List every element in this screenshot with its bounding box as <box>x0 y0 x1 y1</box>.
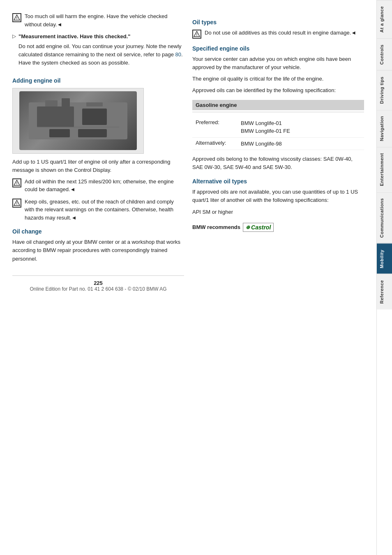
warning-text-1: Too much oil will harm the engine. Have … <box>25 12 184 28</box>
table-header-gasoline: Gasoline engine <box>192 100 364 110</box>
page-number: 225 <box>94 280 103 286</box>
bullet-content-1: "Measurement inactive. Have this checked… <box>18 32 184 71</box>
right-column: Oil types ! Do not use oil additives as … <box>192 12 364 547</box>
sidebar-tab-reference[interactable]: Reference <box>377 274 392 310</box>
bullet-body-1: Do not add engine oil. You can continue … <box>18 42 184 67</box>
page-footer: 225 Online Edition for Part no. 01 41 2 … <box>12 275 184 292</box>
alternative-oil-spec: API SM or higher <box>192 208 364 216</box>
svg-text:!: ! <box>16 201 18 206</box>
gasoline-table: Gasoline engine Preferred: BMW Longlife-… <box>192 100 364 150</box>
heading-specified-oils: Specified engine oils <box>192 45 364 52</box>
warning-text-3: Keep oils, greases, etc. out of the reac… <box>25 198 184 222</box>
engine-image-inner <box>19 91 137 150</box>
svg-rect-5 <box>45 100 58 106</box>
svg-text:!: ! <box>16 181 18 185</box>
warning-text-2: Add oil within the next 125 miles/200 km… <box>25 178 184 194</box>
bullet-label-1: "Measurement inactive. Have this checked… <box>18 32 184 41</box>
adding-oil-para1: Add up to 1 US quart/1 liter of engine o… <box>12 158 184 174</box>
svg-rect-3 <box>37 106 74 127</box>
svg-rect-4 <box>82 109 107 125</box>
castrol-logo: ⊕ Castrol <box>243 223 274 232</box>
svg-rect-9 <box>49 129 70 137</box>
table-value-alternatively: BMW Longlife-98 <box>241 140 282 148</box>
table-row-preferred: Preferred: BMW Longlife-01BMW Longlife-0… <box>192 117 364 138</box>
warning-block-oil-types: ! Do not use oil additives as this could… <box>192 29 364 39</box>
table-label-alternatively: Alternatively: <box>196 140 241 146</box>
castrol-text: Castrol <box>251 224 271 231</box>
svg-rect-6 <box>62 98 70 106</box>
svg-text:!: ! <box>16 16 18 20</box>
specified-oils-para4: Approved oils belong to the following vi… <box>192 155 364 171</box>
svg-rect-7 <box>86 102 103 106</box>
bmw-recommends-block: BMW recommends ⊕ Castrol <box>192 223 364 232</box>
warning-icon-oil-types: ! <box>192 30 201 39</box>
heading-oil-change: Oil change <box>12 228 184 235</box>
bullet-arrow-1: ▷ <box>12 33 16 39</box>
table-value-preferred: BMW Longlife-01BMW Longlife-01 FE <box>241 119 290 135</box>
table-divider <box>192 112 364 112</box>
alternative-oil-para1: If approved oils are not available, you … <box>192 188 364 204</box>
engine-image <box>12 88 144 154</box>
warning-icon-2: ! <box>12 178 21 187</box>
sidebar: At a glance Controls Driving tips Naviga… <box>376 0 392 555</box>
heading-oil-types: Oil types <box>192 19 364 25</box>
bmw-recommends-label: BMW recommends <box>192 224 240 230</box>
sidebar-tab-driving-tips[interactable]: Driving tips <box>377 70 392 110</box>
warning-block-1: ! Too much oil will harm the engine. Hav… <box>12 12 184 28</box>
sidebar-tab-entertainment[interactable]: Entertainment <box>377 147 392 192</box>
sidebar-tab-controls[interactable]: Controls <box>377 38 392 70</box>
sidebar-tab-navigation[interactable]: Navigation <box>377 110 392 147</box>
table-label-preferred: Preferred: <box>196 119 241 125</box>
oil-change-para1: Have oil changed only at your BMW center… <box>12 238 184 263</box>
specified-oils-para2: The engine oil quality is critical for t… <box>192 75 364 83</box>
specified-oils-para3: Approved oils can be identified by the f… <box>192 86 364 95</box>
warning-block-3: ! Keep oils, greases, etc. out of the re… <box>12 198 184 222</box>
left-column: ! Too much oil will harm the engine. Hav… <box>12 12 184 547</box>
warning-text-oil-types: Do not use oil additives as this could r… <box>205 29 356 37</box>
sidebar-tab-at-a-glance[interactable]: At a glance <box>377 0 392 38</box>
bullet-item-1: ▷ "Measurement inactive. Have this check… <box>12 32 184 71</box>
heading-alternative-oil-types: Alternative oil types <box>192 178 364 185</box>
warning-icon-1: ! <box>12 13 21 22</box>
main-content: ! Too much oil will harm the engine. Hav… <box>0 0 376 555</box>
page-link-80[interactable]: 80 <box>175 51 181 58</box>
footer-text: Online Edition for Part no. 01 41 2 604 … <box>30 286 166 292</box>
sidebar-tab-communications[interactable]: Communications <box>377 192 392 243</box>
warning-block-2: ! Add oil within the next 125 miles/200 … <box>12 178 184 194</box>
sidebar-tab-mobility[interactable]: Mobility <box>377 243 392 274</box>
castrol-icon: ⊕ <box>246 224 250 230</box>
heading-adding-engine-oil: Adding engine oil <box>12 77 184 84</box>
specified-oils-para1: Your service center can advise you on wh… <box>192 55 364 72</box>
svg-rect-10 <box>78 129 107 137</box>
table-row-alternatively: Alternatively: BMW Longlife-98 <box>192 138 364 150</box>
warning-icon-3: ! <box>12 199 21 208</box>
svg-text:!: ! <box>196 32 198 37</box>
